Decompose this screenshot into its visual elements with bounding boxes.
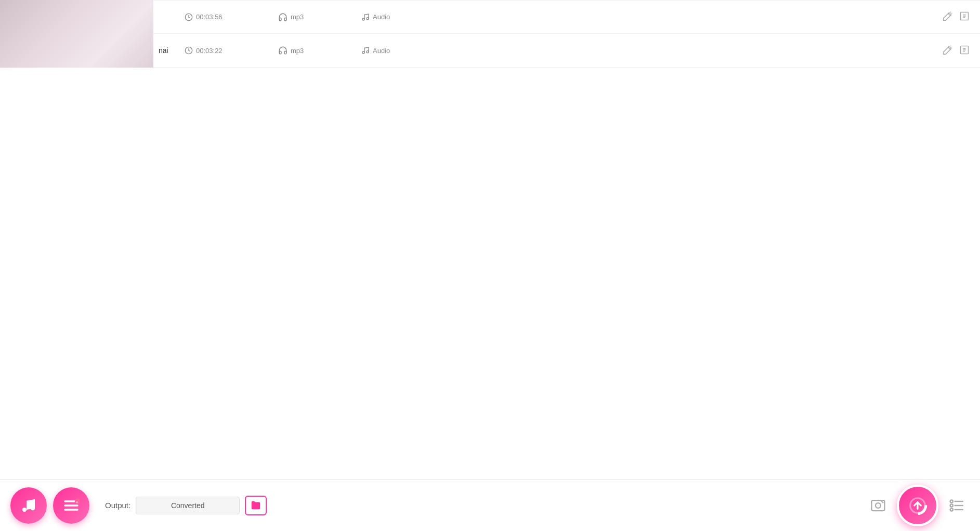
svg-point-27 <box>950 504 953 507</box>
music-plus-icon <box>20 497 37 514</box>
screenshot-button[interactable] <box>866 493 891 518</box>
settings-list-icon <box>949 497 965 514</box>
edit-button-2[interactable] <box>959 45 970 57</box>
add-music-button[interactable] <box>10 487 47 524</box>
svg-point-28 <box>950 508 953 511</box>
convert-button[interactable] <box>897 485 938 526</box>
table-row: nai 00:03:22 mp3 Audio <box>153 34 980 68</box>
edit-wand-button-2[interactable] <box>943 45 953 57</box>
menu-icon: + <box>63 497 80 514</box>
svg-point-7 <box>367 51 369 53</box>
svg-point-6 <box>362 51 364 54</box>
open-folder-button[interactable] <box>245 496 267 515</box>
track-duration-2: 00:03:22 <box>185 46 237 55</box>
svg-line-3 <box>950 12 952 14</box>
svg-point-11 <box>31 506 35 510</box>
track-duration-1: 00:03:56 <box>185 13 237 21</box>
track-actions-2 <box>943 45 970 57</box>
right-controls <box>866 485 970 526</box>
track-list: 00:03:56 mp3 Audio <box>153 0 980 68</box>
clock-icon <box>185 46 193 55</box>
folder-icon <box>250 500 262 511</box>
track-actions-1 <box>943 11 970 23</box>
output-label: Output: <box>105 501 130 510</box>
bottom-bar: + Output: <box>0 479 980 531</box>
svg-point-2 <box>367 17 369 19</box>
svg-point-26 <box>950 500 953 502</box>
svg-text:+: + <box>76 500 79 504</box>
headphones-icon <box>278 12 288 22</box>
settings-button[interactable] <box>945 493 970 518</box>
thumbnail-area <box>0 0 153 68</box>
output-path-input[interactable] <box>136 497 240 514</box>
menu-button[interactable]: + <box>53 487 89 524</box>
edit-wand-button-1[interactable] <box>943 11 953 23</box>
output-section: Output: <box>105 496 866 515</box>
svg-line-8 <box>950 45 952 47</box>
music-icon <box>361 46 370 55</box>
table-row: 00:03:56 mp3 Audio <box>153 0 980 34</box>
main-content-area <box>0 68 980 479</box>
track-format-2: mp3 <box>278 46 320 55</box>
music-icon <box>361 13 370 21</box>
headphones-icon <box>278 46 288 55</box>
svg-point-10 <box>22 508 27 512</box>
edit-button-1[interactable] <box>959 11 970 23</box>
svg-point-1 <box>362 18 364 20</box>
screenshot-icon <box>870 498 886 513</box>
svg-point-20 <box>876 503 881 508</box>
clock-icon <box>185 13 193 21</box>
track-type-1: Audio <box>361 13 403 21</box>
convert-icon <box>908 496 927 515</box>
track-name-2: nai <box>159 46 169 55</box>
track-format-1: mp3 <box>278 12 320 22</box>
track-type-2: Audio <box>361 46 403 55</box>
